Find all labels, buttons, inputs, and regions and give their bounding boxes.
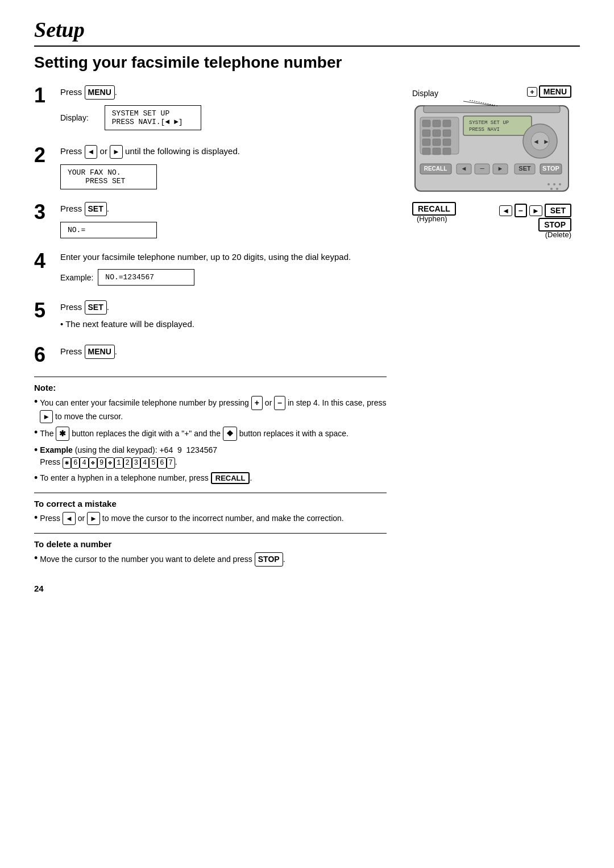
svg-rect-14 — [433, 139, 441, 146]
seq-1: 1 — [114, 457, 123, 469]
fax-machine-diagram: SYSTEM SET UP PRESS NAVI — [412, 100, 571, 201]
seq-hash2: ❖ — [106, 457, 114, 469]
step-4: 4 Enter your facsimile telephone number,… — [34, 251, 387, 291]
recall-label-area: RECALL (Hyphen) — [412, 204, 456, 223]
seq-3: 3 — [132, 457, 140, 469]
step-2-text: Press ◄ or ► until the following is disp… — [60, 145, 387, 159]
step-1-display: Display: SYSTEM SET UPPRESS NAVI.[◄ ►] — [60, 103, 387, 133]
svg-text:SET: SET — [518, 165, 531, 172]
delete-note: (Delete) — [545, 230, 571, 239]
note-item-4: • To enter a hyphen in a telephone numbe… — [34, 472, 387, 485]
svg-rect-1 — [424, 106, 560, 113]
step-5-number: 5 — [34, 300, 55, 321]
seq-4b: 4 — [140, 457, 149, 469]
nav-set-row: ◄ – ► SET — [499, 204, 571, 217]
page-number: 24 — [34, 584, 387, 593]
menu-box-diagram: MENU — [539, 85, 571, 98]
svg-point-36 — [553, 183, 555, 185]
menu-key-1: MENU — [85, 85, 115, 100]
step-1: 1 Press MENU. Display: SYSTEM SET UPPRES… — [34, 85, 387, 135]
seq-5: 5 — [149, 457, 157, 469]
step-2: 2 Press ◄ or ► until the following is di… — [34, 145, 387, 192]
set-label-box: SET — [545, 204, 571, 217]
step-5: 5 Press SET. • The next feature will be … — [34, 300, 387, 334]
left-arrow-diag: ◄ — [499, 205, 512, 216]
step-4-text: Enter your facsimile telephone number, u… — [60, 251, 387, 264]
svg-rect-11 — [433, 130, 441, 137]
right-arrow-diag: ► — [529, 205, 542, 216]
diagram-top-labels: Display + MENU — [412, 85, 571, 98]
svg-rect-8 — [433, 120, 441, 127]
step-3-number: 3 — [34, 202, 55, 222]
left-arrow-correct: ◄ — [63, 512, 76, 526]
seq-star: ✱ — [63, 457, 71, 469]
stop-area: STOP (Delete) — [538, 220, 571, 239]
step-6-number: 6 — [34, 345, 55, 365]
minus-key-note: – — [274, 396, 285, 410]
correct-mistake-title: To correct a mistake — [34, 499, 387, 509]
recall-key-note: RECALL — [211, 472, 250, 484]
display-box-4: NO.=1234567 — [98, 269, 194, 286]
seq-4: 4 — [80, 457, 88, 469]
section-heading: Setting your facsimile telephone number — [34, 53, 580, 72]
plus-key-note: + — [251, 396, 263, 410]
delete-number-content: • Move the cursor to the number you want… — [34, 552, 387, 567]
step-4-content: Enter your facsimile telephone number, u… — [60, 251, 387, 291]
svg-text:STOP: STOP — [542, 165, 559, 172]
svg-rect-15 — [443, 139, 451, 146]
right-arrow-correct: ► — [87, 512, 100, 526]
step-1-text: Press MENU. — [60, 85, 387, 100]
set-key-3: SET — [85, 202, 107, 216]
stop-label-box: STOP — [538, 218, 571, 232]
svg-text:►: ► — [543, 138, 550, 146]
seq-6: 6 — [71, 457, 80, 469]
note-section: Note: • You can enter your facsimile tel… — [34, 377, 387, 485]
display-label-1: Display: — [60, 113, 89, 122]
step-6-text: Press MENU. — [60, 345, 387, 359]
svg-rect-9 — [443, 120, 451, 127]
plus-box-diagram: + — [527, 87, 537, 97]
display-box-3: NO.= — [60, 222, 157, 238]
step-2-content: Press ◄ or ► until the following is disp… — [60, 145, 387, 192]
seq-hash1: ❖ — [89, 457, 97, 469]
hash-key-note: ❖ — [223, 427, 237, 441]
right-arrow-key-2: ► — [110, 145, 123, 159]
step-5-text: Press SET. — [60, 300, 387, 315]
step-4-display: Example: NO.=1234567 — [60, 267, 387, 288]
example-label: Example: — [60, 273, 93, 282]
svg-rect-7 — [422, 120, 430, 127]
note-title: Note: — [34, 383, 387, 392]
svg-point-38 — [550, 188, 553, 190]
svg-line-5 — [469, 100, 497, 106]
step-6: 6 Press MENU. — [34, 345, 387, 365]
step-1-number: 1 — [34, 85, 55, 106]
seq-9: 9 — [97, 457, 106, 469]
svg-point-35 — [547, 183, 550, 185]
step-5-bullet: • The next feature will be displayed. — [60, 318, 387, 331]
step-6-content: Press MENU. — [60, 345, 387, 362]
diagram-column: Display + MENU SYSTEM SET UP PRESS NAVI — [404, 85, 580, 593]
seq-6b: 6 — [157, 457, 166, 469]
set-stop-area: ◄ – ► SET STOP (Delete) — [499, 204, 571, 239]
note-item-3: • Example (using the dial keypad): +64 9… — [34, 444, 387, 469]
note-item-1: • You can enter your facsimile telephone… — [34, 396, 387, 424]
recall-label-box: RECALL — [412, 202, 456, 216]
svg-rect-10 — [422, 130, 430, 137]
svg-rect-13 — [422, 139, 430, 146]
steps-column: 1 Press MENU. Display: SYSTEM SET UPPRES… — [34, 85, 387, 593]
svg-text:◄: ◄ — [533, 138, 540, 146]
delete-number-title: To delete a number — [34, 539, 387, 549]
display-box-2: YOUR FAX NO. PRESS SET — [60, 164, 157, 189]
svg-point-39 — [556, 188, 558, 190]
step-3-text: Press SET. — [60, 202, 387, 216]
step-4-number: 4 — [34, 251, 55, 271]
seq-2: 2 — [123, 457, 132, 469]
hyphen-note: (Hyphen) — [417, 214, 447, 223]
title-divider — [34, 46, 580, 47]
seq-7: 7 — [167, 457, 175, 469]
left-arrow-key-2: ◄ — [85, 145, 98, 159]
hyphen-box-diag: – — [515, 204, 527, 217]
step-5-content: Press SET. • The next feature will be di… — [60, 300, 387, 334]
svg-point-37 — [559, 183, 561, 185]
diagram-menu-area: + MENU — [527, 85, 571, 98]
